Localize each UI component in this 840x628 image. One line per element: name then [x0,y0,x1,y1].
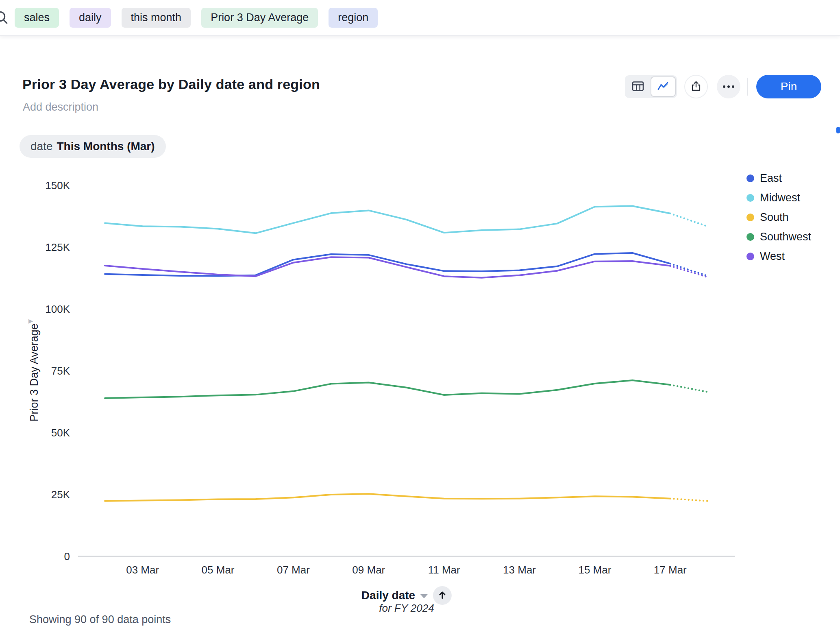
search-token[interactable]: sales [15,8,59,28]
series-line-south[interactable] [105,494,670,501]
search-token[interactable]: Prior 3 Day Average [201,8,318,28]
y-tick-label: 50K [16,426,70,439]
x-tick-label: 15 Mar [566,564,623,576]
pin-button[interactable]: Pin [756,75,821,98]
search-token[interactable]: daily [70,8,111,28]
answer-toolbar: Pin [625,75,821,98]
series-line-midwest[interactable] [105,206,670,233]
series-line-southwest[interactable] [105,380,670,398]
legend-label: West [760,250,785,263]
chart-view-button[interactable] [651,76,676,97]
series-projection-southwest[interactable] [670,385,708,392]
ellipsis-icon [723,85,734,88]
search-token[interactable]: region [329,8,378,28]
legend-swatch [746,194,754,202]
toolbar-divider [747,78,748,96]
search-icon [0,10,10,26]
x-tick-label: 07 Mar [265,564,322,576]
x-tick-label: 11 Mar [416,564,472,576]
y-tick-label: 75K [16,364,70,377]
more-options-button[interactable] [717,75,740,98]
legend-item-east[interactable]: East [746,172,811,184]
legend-item-midwest[interactable]: Midwest [746,192,811,203]
series-projection-east[interactable] [670,264,708,276]
x-tick-label: 03 Mar [114,564,171,576]
x-tick-label: 17 Mar [642,564,699,576]
series-projection-south[interactable] [670,499,708,501]
x-tick-label: 09 Mar [340,564,397,576]
y-tick-label: 100K [16,303,70,316]
app-root: salesdailythis monthPrior 3 Day Averager… [0,0,840,628]
y-tick-label: 125K [16,241,70,254]
scrollbar-thumb[interactable] [836,127,840,133]
legend-item-southwest[interactable]: Southwest [746,231,811,242]
search-bar[interactable]: salesdailythis monthPrior 3 Day Averager… [0,0,840,36]
legend-swatch [746,253,754,260]
chart-legend: EastMidwestSouthSouthwestWest [746,172,811,262]
series-projection-midwest[interactable] [670,214,708,227]
share-icon [690,81,702,93]
legend-label: South [760,211,789,224]
legend-item-south[interactable]: South [746,212,811,223]
y-tick-label: 150K [16,179,70,192]
share-button[interactable] [684,75,708,98]
legend-swatch [746,233,754,241]
x-tick-label: 05 Mar [189,564,246,576]
search-tokens: salesdailythis monthPrior 3 Day Averager… [15,8,378,28]
view-toggle [625,75,677,98]
x-tick-label: 13 Mar [491,564,548,576]
table-view-button[interactable] [626,76,650,97]
legend-swatch [746,214,754,221]
y-tick-label: 25K [16,488,70,501]
legend-label: Southwest [760,231,811,243]
table-icon [632,81,644,93]
y-tick-label: 0 [16,550,70,563]
search-token[interactable]: this month [122,8,191,28]
legend-item-west[interactable]: West [746,251,811,262]
series-projection-west[interactable] [670,266,708,277]
legend-swatch [746,174,754,182]
line-chart-icon [657,81,669,93]
legend-label: Midwest [760,192,800,204]
legend-label: East [760,172,782,185]
